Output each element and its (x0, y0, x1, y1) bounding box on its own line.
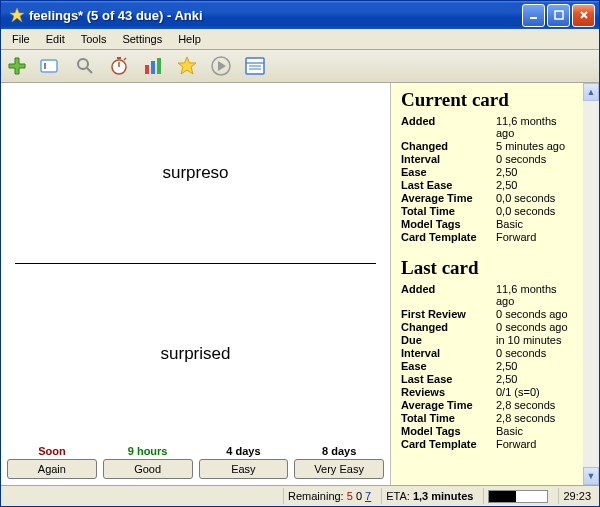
timer-button[interactable] (107, 54, 131, 78)
val-cc-avg: 0,0 seconds (496, 191, 573, 204)
card-pane: surpreso surprised Soon Again 9 hours Go… (1, 83, 390, 485)
app-icon (9, 7, 25, 23)
svg-rect-11 (117, 57, 121, 59)
svg-marker-16 (178, 57, 196, 74)
val-cc-tags: Basic (496, 217, 573, 230)
remaining-label: Remaining: (288, 490, 344, 502)
label-lc-card-template: Card Template (401, 437, 496, 450)
val-lc-first: 0 seconds ago (496, 307, 573, 320)
statusbar: Remaining: 5 0 7 ETA: 1,3 minutes 29:23 (1, 485, 599, 506)
menu-help[interactable]: Help (171, 31, 208, 47)
label-lc-model-tags: Model Tags (401, 424, 496, 437)
add-card-button[interactable] (5, 54, 29, 78)
eta-value: 1,3 minutes (413, 490, 474, 502)
val-cc-total: 0,0 seconds (496, 204, 573, 217)
label-total-time: Total Time (401, 204, 496, 217)
svg-marker-0 (10, 8, 24, 22)
val-lc-changed: 0 seconds ago (496, 320, 573, 333)
last-card-table: Added11,6 months ago First Review0 secon… (401, 282, 573, 450)
svg-line-8 (87, 68, 92, 73)
svg-rect-15 (157, 58, 161, 74)
play-button[interactable] (209, 54, 233, 78)
answer-row: Soon Again 9 hours Good 4 days Easy 8 da… (1, 444, 390, 485)
remaining-a: 5 (347, 490, 353, 502)
status-progress (483, 488, 552, 504)
label-interval: Interval (401, 152, 496, 165)
last-card-title: Last card (401, 257, 573, 279)
good-button[interactable]: Good (103, 459, 193, 479)
card-front: surpreso (11, 83, 380, 263)
interval-good: 9 hours (128, 445, 168, 457)
scroll-up-icon[interactable]: ▲ (583, 83, 599, 101)
svg-marker-18 (218, 61, 226, 71)
progress-bar (488, 490, 548, 503)
val-lc-tags: Basic (496, 424, 573, 437)
answer-easy: 4 days Easy (199, 445, 289, 479)
label-changed: Changed (401, 139, 496, 152)
label-last-ease: Last Ease (401, 178, 496, 191)
menubar: File Edit Tools Settings Help (1, 29, 599, 50)
current-card-title: Current card (401, 89, 573, 111)
remaining-c: 7 (365, 490, 371, 502)
label-lc-reviews: Reviews (401, 385, 496, 398)
toolbar (1, 50, 599, 83)
maximize-button[interactable] (547, 4, 570, 27)
easy-button[interactable]: Easy (199, 459, 289, 479)
sidebar-wrap: Current card Added11,6 months ago Change… (390, 83, 599, 485)
scroll-track[interactable] (583, 101, 599, 467)
svg-line-12 (124, 58, 126, 60)
current-card-table: Added11,6 months ago Changed5 minutes ag… (401, 114, 573, 243)
layout-button[interactable] (243, 54, 267, 78)
menu-file[interactable]: File (5, 31, 37, 47)
mark-button[interactable] (175, 54, 199, 78)
label-avg-time: Average Time (401, 191, 496, 204)
val-lc-reviews: 0/1 (s=0) (496, 385, 573, 398)
val-lc-due: in 10 minutes (496, 333, 573, 346)
card-area: surpreso surprised (1, 83, 390, 444)
status-eta: ETA: 1,3 minutes (381, 488, 477, 504)
scroll-down-icon[interactable]: ▼ (583, 467, 599, 485)
eta-label: ETA: (386, 490, 410, 502)
again-button[interactable]: Again (7, 459, 97, 479)
val-cc-added: 11,6 months ago (496, 114, 573, 139)
answer-good: 9 hours Good (103, 445, 193, 479)
content-area: surpreso surprised Soon Again 9 hours Go… (1, 83, 599, 485)
close-button[interactable] (572, 4, 595, 27)
label-lc-added: Added (401, 282, 496, 307)
app-window: feelings* (5 of 43 due) - Anki File Edit… (0, 0, 600, 507)
val-lc-avg: 2,8 seconds (496, 398, 573, 411)
answer-again: Soon Again (7, 445, 97, 479)
val-cc-tpl: Forward (496, 230, 573, 243)
interval-very-easy: 8 days (322, 445, 356, 457)
label-card-template: Card Template (401, 230, 496, 243)
window-title: feelings* (5 of 43 due) - Anki (29, 8, 522, 23)
label-lc-last-ease: Last Ease (401, 372, 496, 385)
very-easy-button[interactable]: Very Easy (294, 459, 384, 479)
label-model-tags: Model Tags (401, 217, 496, 230)
sidebar-scrollbar[interactable]: ▲ ▼ (583, 83, 599, 485)
val-cc-changed: 5 minutes ago (496, 139, 573, 152)
label-added: Added (401, 114, 496, 139)
label-lc-changed: Changed (401, 320, 496, 333)
search-button[interactable] (73, 54, 97, 78)
menu-edit[interactable]: Edit (39, 31, 72, 47)
menu-settings[interactable]: Settings (115, 31, 169, 47)
val-lc-total: 2,8 seconds (496, 411, 573, 424)
val-cc-interval: 0 seconds (496, 152, 573, 165)
minimize-button[interactable] (522, 4, 545, 27)
stats-button[interactable] (141, 54, 165, 78)
label-ease: Ease (401, 165, 496, 178)
svg-point-7 (78, 59, 88, 69)
label-lc-first-review: First Review (401, 307, 496, 320)
val-lc-added: 11,6 months ago (496, 282, 573, 307)
val-lc-tpl: Forward (496, 437, 573, 450)
menu-tools[interactable]: Tools (74, 31, 114, 47)
label-lc-due: Due (401, 333, 496, 346)
titlebar: feelings* (5 of 43 due) - Anki (1, 1, 599, 29)
val-cc-ease: 2,50 (496, 165, 573, 178)
answer-very-easy: 8 days Very Easy (294, 445, 384, 479)
val-lc-interval: 0 seconds (496, 346, 573, 359)
label-lc-total-time: Total Time (401, 411, 496, 424)
text-input-button[interactable] (39, 54, 63, 78)
svg-rect-1 (530, 17, 537, 19)
